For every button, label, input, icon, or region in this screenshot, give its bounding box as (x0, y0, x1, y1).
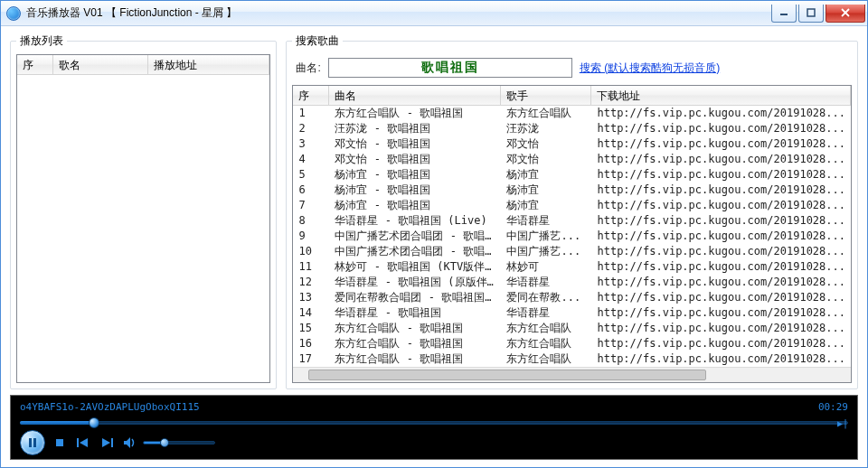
cell-artist: 汪苏泷 (501, 121, 591, 136)
cell-idx: 3 (293, 136, 329, 152)
seek-bar[interactable]: ▶| (20, 417, 848, 426)
playlist-header[interactable]: 序 歌名 播放地址 (17, 55, 269, 75)
cell-name: 东方红合唱队 - 歌唱祖国 (329, 351, 501, 367)
volume-thumb[interactable] (160, 438, 169, 447)
now-playing-text: o4YBAFS1o-2AVOzDAPLUgOboxQI115 (20, 401, 200, 413)
hscroll-thumb[interactable] (308, 370, 706, 380)
cell-artist: 中国广播艺... (501, 229, 591, 244)
table-row[interactable]: 16东方红合唱队 - 歌唱祖国东方红合唱队http://fs.vip.pc.ku… (293, 336, 851, 351)
maximize-button[interactable] (798, 5, 824, 23)
cell-url: http://fs.vip.pc.kugou.com/20191028... (591, 305, 851, 321)
cell-artist: 东方红合唱队 (501, 336, 591, 351)
cell-name: 杨沛宜 - 歌唱祖国 (329, 183, 501, 198)
cell-artist: 杨沛宜 (501, 167, 591, 183)
cell-name: 东方红合唱队 - 歌唱祖国 (329, 336, 501, 351)
cell-url: http://fs.vip.pc.kugou.com/20191028... (591, 183, 851, 198)
table-row[interactable]: 9中国广播艺术团合唱团 - 歌唱...中国广播艺...http://fs.vip… (293, 229, 851, 244)
results-listview[interactable]: 序 曲名 歌手 下载地址 1东方红合唱队 - 歌唱祖国东方红合唱队http://… (292, 85, 852, 383)
cell-url: http://fs.vip.pc.kugou.com/20191028... (591, 106, 851, 121)
cell-artist: 东方红合唱队 (501, 321, 591, 336)
table-row[interactable]: 10中国广播艺术团合唱团 - 歌唱...中国广播艺...http://fs.vi… (293, 244, 851, 259)
results-col-url[interactable]: 下载地址 (591, 86, 851, 105)
results-hscrollbar[interactable] (293, 367, 851, 382)
seek-thumb[interactable] (89, 417, 99, 428)
search-link[interactable]: 搜索 (默认搜索酷狗无损音质) (580, 61, 720, 76)
playlist-col-url[interactable]: 播放地址 (148, 55, 269, 74)
playlist-col-idx[interactable]: 序 (17, 55, 53, 74)
search-group: 搜索歌曲 曲名: 搜索 (默认搜索酷狗无损音质) 序 曲名 歌手 下载地址 1东… (286, 33, 858, 389)
cell-idx: 10 (293, 244, 329, 259)
cell-name: 华语群星 - 歌唱祖国 (Live) (329, 213, 501, 229)
cell-idx: 9 (293, 229, 329, 244)
cell-idx: 15 (293, 321, 329, 336)
cell-artist: 东方红合唱队 (501, 106, 591, 121)
svg-rect-5 (77, 438, 79, 447)
cell-artist: 华语群星 (501, 275, 591, 290)
cell-name: 邓文怡 - 歌唱祖国 (329, 152, 501, 167)
stop-button[interactable] (51, 434, 69, 452)
cell-name: 爱同在帮教合唱团 - 歌唱祖国... (329, 290, 501, 305)
search-input[interactable] (328, 58, 572, 78)
svg-rect-4 (56, 439, 63, 446)
results-col-name[interactable]: 曲名 (329, 86, 501, 105)
elapsed-time: 00:29 (818, 401, 848, 413)
table-row[interactable]: 1东方红合唱队 - 歌唱祖国东方红合唱队http://fs.vip.pc.kug… (293, 106, 851, 121)
table-row[interactable]: 4邓文怡 - 歌唱祖国邓文怡http://fs.vip.pc.kugou.com… (293, 152, 851, 167)
prev-button[interactable] (74, 434, 92, 452)
cell-artist: 爱同在帮教... (501, 290, 591, 305)
cell-idx: 7 (293, 198, 329, 213)
minimize-button[interactable] (771, 5, 797, 23)
playlist-col-name[interactable]: 歌名 (53, 55, 148, 74)
cell-name: 汪苏泷 - 歌唱祖国 (329, 121, 501, 136)
table-row[interactable]: 17东方红合唱队 - 歌唱祖国东方红合唱队http://fs.vip.pc.ku… (293, 351, 851, 367)
cell-idx: 13 (293, 290, 329, 305)
cell-artist: 邓文怡 (501, 136, 591, 152)
cell-url: http://fs.vip.pc.kugou.com/20191028... (591, 290, 851, 305)
cell-name: 中国广播艺术团合唱团 - 歌唱... (329, 229, 501, 244)
titlebar[interactable]: 音乐播放器 V01 【 FictionJunction - 星屑 】 (1, 1, 867, 26)
table-row[interactable]: 7杨沛宜 - 歌唱祖国杨沛宜http://fs.vip.pc.kugou.com… (293, 198, 851, 213)
table-row[interactable]: 14华语群星 - 歌唱祖国华语群星http://fs.vip.pc.kugou.… (293, 305, 851, 321)
results-col-artist[interactable]: 歌手 (501, 86, 591, 105)
cell-name: 林妙可 - 歌唱祖国 (KTV版伴奏) (329, 259, 501, 275)
cell-url: http://fs.vip.pc.kugou.com/20191028... (591, 136, 851, 152)
playlist-group: 播放列表 序 歌名 播放地址 (10, 33, 277, 389)
table-row[interactable]: 13爱同在帮教合唱团 - 歌唱祖国...爱同在帮教...http://fs.vi… (293, 290, 851, 305)
table-row[interactable]: 11林妙可 - 歌唱祖国 (KTV版伴奏)林妙可http://fs.vip.pc… (293, 259, 851, 275)
table-row[interactable]: 8华语群星 - 歌唱祖国 (Live)华语群星http://fs.vip.pc.… (293, 213, 851, 229)
cell-name: 东方红合唱队 - 歌唱祖国 (329, 321, 501, 336)
table-row[interactable]: 15东方红合唱队 - 歌唱祖国东方红合唱队http://fs.vip.pc.ku… (293, 321, 851, 336)
svg-marker-9 (124, 437, 130, 448)
playlist-listview[interactable]: 序 歌名 播放地址 (16, 54, 270, 383)
playlist-legend: 播放列表 (16, 33, 67, 49)
results-col-idx[interactable]: 序 (293, 86, 329, 105)
cell-idx: 5 (293, 167, 329, 183)
cell-url: http://fs.vip.pc.kugou.com/20191028... (591, 259, 851, 275)
next-button[interactable] (98, 434, 116, 452)
cell-artist: 华语群星 (501, 213, 591, 229)
cell-idx: 4 (293, 152, 329, 167)
table-row[interactable]: 12华语群星 - 歌唱祖国 (原版伴奏)华语群星http://fs.vip.pc… (293, 275, 851, 290)
cell-url: http://fs.vip.pc.kugou.com/20191028... (591, 213, 851, 229)
cell-idx: 14 (293, 305, 329, 321)
cell-artist: 中国广播艺... (501, 244, 591, 259)
table-row[interactable]: 2汪苏泷 - 歌唱祖国汪苏泷http://fs.vip.pc.kugou.com… (293, 121, 851, 136)
search-label: 曲名: (296, 61, 320, 76)
cell-artist: 华语群星 (501, 305, 591, 321)
play-pause-button[interactable] (20, 430, 45, 455)
volume-icon[interactable] (121, 434, 139, 452)
volume-rail[interactable] (143, 441, 215, 445)
results-header[interactable]: 序 曲名 歌手 下载地址 (293, 86, 851, 106)
cell-artist: 杨沛宜 (501, 198, 591, 213)
close-button[interactable] (826, 5, 865, 23)
cell-url: http://fs.vip.pc.kugou.com/20191028... (591, 244, 851, 259)
svg-rect-3 (33, 438, 36, 447)
cell-url: http://fs.vip.pc.kugou.com/20191028... (591, 336, 851, 351)
table-row[interactable]: 6杨沛宜 - 歌唱祖国杨沛宜http://fs.vip.pc.kugou.com… (293, 183, 851, 198)
table-row[interactable]: 5杨沛宜 - 歌唱祖国杨沛宜http://fs.vip.pc.kugou.com… (293, 167, 851, 183)
cell-artist: 邓文怡 (501, 152, 591, 167)
cell-url: http://fs.vip.pc.kugou.com/20191028... (591, 229, 851, 244)
svg-rect-8 (111, 438, 113, 447)
table-row[interactable]: 3邓文怡 - 歌唱祖国邓文怡http://fs.vip.pc.kugou.com… (293, 136, 851, 152)
volume-control[interactable] (121, 434, 215, 452)
